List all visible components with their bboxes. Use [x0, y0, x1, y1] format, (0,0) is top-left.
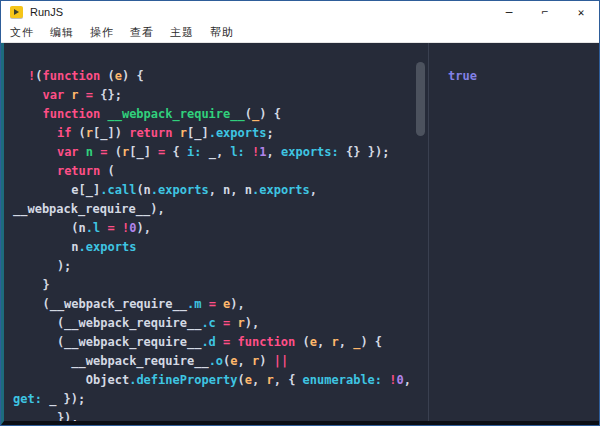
code-line[interactable]: var r = {};	[4, 86, 428, 105]
menu-item-2[interactable]: 操作	[90, 25, 114, 40]
code-token: if	[57, 126, 71, 140]
code-token: r	[230, 316, 244, 330]
code-token: __webpack_require__),	[13, 202, 165, 216]
code-token: 0	[397, 373, 404, 387]
code-token: (__webpack_require__	[28, 297, 187, 311]
menu-bar: 文件编辑操作查看主题帮助	[1, 23, 599, 43]
code-line[interactable]: __webpack_require__),	[4, 200, 428, 219]
scrollbar-thumb[interactable]	[416, 62, 425, 136]
code-token: }	[28, 278, 50, 292]
code-token: var	[57, 145, 79, 159]
code-token: (	[295, 335, 309, 349]
code-token: return	[129, 126, 172, 140]
code-line[interactable]: }),	[4, 409, 428, 421]
code-line[interactable]: e[_].call(n.exports, n, n.exports,	[4, 181, 428, 200]
code-token: exports:	[281, 145, 339, 159]
code-token: enumerable:	[303, 373, 382, 387]
code-token: Object	[28, 373, 129, 387]
code-token: e	[230, 354, 237, 368]
code-line[interactable]: }	[4, 276, 428, 295]
code-token: ),	[230, 297, 244, 311]
code-line[interactable]: (__webpack_require__.c = r),	[4, 314, 428, 333]
code-token: r	[331, 335, 338, 349]
code-token: _,	[201, 145, 230, 159]
code-token: ,	[252, 373, 266, 387]
menu-item-0[interactable]: 文件	[10, 25, 34, 40]
code-line[interactable]: (__webpack_require__.m = e),	[4, 295, 428, 314]
code-line[interactable]: (__webpack_require__.d = function (e, r,…	[4, 333, 428, 352]
code-line[interactable]: function __webpack_require__(_) {	[4, 105, 428, 124]
code-line[interactable]: (n.l = !0),	[4, 219, 428, 238]
code-token: , n, n	[209, 183, 252, 197]
code-token: [_])	[93, 126, 129, 140]
code-line[interactable]: Object.defineProperty(e, r, { enumerable…	[4, 371, 428, 390]
code-token: __webpack_require__	[28, 354, 209, 368]
code-token: ,	[404, 373, 411, 387]
menu-item-4[interactable]: 主题	[170, 25, 194, 40]
code-token: =	[79, 88, 93, 102]
code-token: ),	[136, 221, 150, 235]
code-token: _ });	[42, 392, 85, 406]
code-token: l:	[230, 145, 244, 159]
code-token: e	[310, 335, 317, 349]
code-token: e	[245, 373, 252, 387]
code-token: (	[108, 145, 122, 159]
code-token: .exports	[151, 183, 209, 197]
code-token: =	[93, 145, 107, 159]
code-token: [_]	[129, 145, 151, 159]
code-line[interactable]: );	[4, 257, 428, 276]
code-token: function	[42, 107, 100, 121]
code-token: 1	[259, 145, 266, 159]
code-token: (n	[28, 221, 86, 235]
code-line[interactable]: n.exports	[4, 238, 428, 257]
code-token: ) {	[259, 107, 281, 121]
console-output-pane: true	[429, 43, 599, 421]
code-token: r	[266, 373, 273, 387]
code-token: get:	[13, 392, 42, 406]
code-token: e[_]	[28, 183, 100, 197]
code-line[interactable]: var n = (r[_] = { i: _, l: !1, exports: …	[4, 143, 428, 162]
code-token: .o	[209, 354, 223, 368]
code-token: (__webpack_require__	[28, 335, 201, 349]
title-bar[interactable]: RunJS ─ ⌐ ✕	[1, 1, 599, 23]
close-button[interactable]: ✕	[563, 1, 599, 23]
code-token: .exports	[79, 240, 137, 254]
window-controls: ─ ⌐ ✕	[491, 1, 599, 23]
app-icon	[10, 6, 23, 18]
code-token: __webpack_require__	[100, 107, 245, 121]
code-token: =	[201, 297, 215, 311]
code-token: , {	[274, 373, 303, 387]
menu-item-3[interactable]: 查看	[130, 25, 154, 40]
code-token: ,	[317, 335, 331, 349]
code-token: [_]	[187, 126, 209, 140]
code-token: ,	[238, 354, 252, 368]
code-token: ,	[267, 145, 281, 159]
code-token: e	[115, 69, 122, 83]
code-line[interactable]: get: _ });	[4, 390, 428, 409]
code-line[interactable]: __webpack_require__.o(e, r) ||	[4, 352, 428, 371]
code-token	[245, 145, 252, 159]
code-line[interactable]: !(function (e) {	[4, 67, 428, 86]
code-editor[interactable]: !(function (e) { var r = {}; function __…	[4, 43, 428, 421]
menu-item-5[interactable]: 帮助	[210, 25, 234, 40]
code-token: (	[238, 373, 245, 387]
code-token: !	[389, 373, 396, 387]
code-token: return	[57, 164, 100, 178]
code-token: (	[100, 164, 114, 178]
code-token: r	[64, 88, 78, 102]
minimize-button[interactable]: ─	[491, 1, 527, 23]
code-token: .m	[187, 297, 201, 311]
code-token: (__webpack_require__	[28, 316, 201, 330]
output-value: true	[448, 69, 477, 83]
code-token: r	[86, 126, 93, 140]
code-token: .exports	[252, 183, 310, 197]
maximize-button[interactable]: ⌐	[527, 1, 563, 23]
code-token: .l	[86, 221, 100, 235]
menu-item-1[interactable]: 编辑	[50, 25, 74, 40]
code-token: }),	[28, 411, 79, 421]
code-token: =	[216, 316, 230, 330]
code-line[interactable]: return (	[4, 162, 428, 181]
code-line[interactable]: if (r[_]) return r[_].exports;	[4, 124, 428, 143]
code-token: {} });	[339, 145, 390, 159]
code-token: .c	[201, 316, 215, 330]
